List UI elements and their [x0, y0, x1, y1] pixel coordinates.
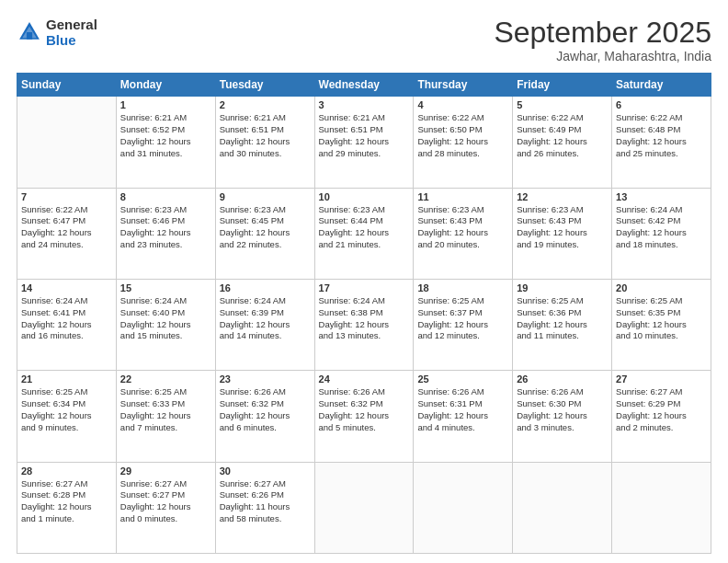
cell-info: Sunrise: 6:21 AM Sunset: 6:52 PM Dayligh… — [120, 112, 211, 159]
cell-info: Sunrise: 6:26 AM Sunset: 6:30 PM Dayligh… — [517, 386, 608, 433]
day-number: 26 — [517, 373, 608, 385]
cell-info: Sunrise: 6:27 AM Sunset: 6:26 PM Dayligh… — [220, 478, 311, 525]
day-number: 11 — [417, 191, 508, 202]
calendar-cell: 11Sunrise: 6:23 AM Sunset: 6:43 PM Dayli… — [414, 188, 513, 279]
calendar-cell: 7Sunrise: 6:22 AM Sunset: 6:47 PM Daylig… — [17, 188, 117, 279]
day-number: 16 — [220, 282, 311, 293]
calendar-cell: 6Sunrise: 6:22 AM Sunset: 6:48 PM Daylig… — [612, 97, 711, 188]
day-number: 19 — [517, 282, 608, 293]
page: General Blue September 2025 Jawhar, Maha… — [0, 0, 728, 563]
cell-info: Sunrise: 6:23 AM Sunset: 6:43 PM Dayligh… — [517, 204, 608, 251]
day-number: 5 — [517, 99, 608, 110]
day-number: 27 — [616, 373, 707, 385]
calendar-header-monday: Monday — [116, 74, 215, 97]
calendar-cell: 9Sunrise: 6:23 AM Sunset: 6:45 PM Daylig… — [215, 188, 314, 279]
calendar-cell: 25Sunrise: 6:26 AM Sunset: 6:31 PM Dayli… — [414, 371, 513, 462]
calendar-cell: 17Sunrise: 6:24 AM Sunset: 6:38 PM Dayli… — [314, 279, 414, 370]
cell-info: Sunrise: 6:21 AM Sunset: 6:51 PM Dayligh… — [220, 112, 311, 159]
calendar-cell: 10Sunrise: 6:23 AM Sunset: 6:44 PM Dayli… — [314, 188, 414, 279]
cell-info: Sunrise: 6:26 AM Sunset: 6:32 PM Dayligh… — [220, 386, 311, 433]
day-number: 6 — [616, 99, 707, 110]
calendar-cell: 15Sunrise: 6:24 AM Sunset: 6:40 PM Dayli… — [116, 279, 215, 370]
cell-info: Sunrise: 6:25 AM Sunset: 6:36 PM Dayligh… — [517, 295, 608, 342]
calendar-week-row: 7Sunrise: 6:22 AM Sunset: 6:47 PM Daylig… — [17, 188, 711, 279]
cell-info: Sunrise: 6:27 AM Sunset: 6:28 PM Dayligh… — [21, 478, 112, 525]
calendar-header-sunday: Sunday — [17, 74, 117, 97]
day-number: 18 — [417, 282, 508, 293]
calendar-header-friday: Friday — [513, 74, 612, 97]
calendar-cell: 14Sunrise: 6:24 AM Sunset: 6:41 PM Dayli… — [17, 279, 117, 370]
day-number: 17 — [319, 282, 410, 293]
day-number: 8 — [120, 191, 211, 202]
calendar-week-row: 28Sunrise: 6:27 AM Sunset: 6:28 PM Dayli… — [17, 462, 711, 553]
day-number: 9 — [220, 191, 311, 202]
day-number: 21 — [21, 373, 112, 385]
calendar-header-tuesday: Tuesday — [215, 74, 314, 97]
calendar-cell: 1Sunrise: 6:21 AM Sunset: 6:52 PM Daylig… — [116, 97, 215, 188]
calendar-cell: 3Sunrise: 6:21 AM Sunset: 6:51 PM Daylig… — [314, 97, 414, 188]
day-number: 1 — [120, 99, 211, 110]
cell-info: Sunrise: 6:24 AM Sunset: 6:40 PM Dayligh… — [120, 295, 211, 342]
logo-icon — [17, 19, 42, 45]
title-block: September 2025 Jawhar, Maharashtra, Indi… — [494, 17, 711, 63]
day-number: 15 — [120, 282, 211, 293]
day-number: 7 — [21, 191, 112, 202]
header: General Blue September 2025 Jawhar, Maha… — [17, 17, 711, 63]
calendar-cell — [17, 97, 117, 188]
cell-info: Sunrise: 6:27 AM Sunset: 6:29 PM Dayligh… — [616, 386, 707, 433]
calendar-cell: 24Sunrise: 6:26 AM Sunset: 6:32 PM Dayli… — [314, 371, 414, 462]
logo-blue: Blue — [46, 32, 97, 48]
calendar-cell: 30Sunrise: 6:27 AM Sunset: 6:26 PM Dayli… — [215, 462, 314, 553]
calendar-header-thursday: Thursday — [414, 74, 513, 97]
day-number: 25 — [417, 373, 508, 385]
logo-text: General Blue — [46, 17, 97, 48]
calendar-cell: 18Sunrise: 6:25 AM Sunset: 6:37 PM Dayli… — [414, 279, 513, 370]
calendar-cell: 5Sunrise: 6:22 AM Sunset: 6:49 PM Daylig… — [513, 97, 612, 188]
cell-info: Sunrise: 6:22 AM Sunset: 6:50 PM Dayligh… — [417, 112, 508, 159]
svg-rect-2 — [27, 32, 32, 40]
month-title: September 2025 — [494, 17, 711, 49]
day-number: 14 — [21, 282, 112, 293]
calendar-week-row: 21Sunrise: 6:25 AM Sunset: 6:34 PM Dayli… — [17, 371, 711, 462]
location: Jawhar, Maharashtra, India — [494, 49, 711, 63]
calendar-header-saturday: Saturday — [612, 74, 711, 97]
calendar-cell: 19Sunrise: 6:25 AM Sunset: 6:36 PM Dayli… — [513, 279, 612, 370]
cell-info: Sunrise: 6:25 AM Sunset: 6:35 PM Dayligh… — [616, 295, 707, 342]
calendar-cell: 29Sunrise: 6:27 AM Sunset: 6:27 PM Dayli… — [116, 462, 215, 553]
day-number: 12 — [517, 191, 608, 202]
day-number: 23 — [220, 373, 311, 385]
cell-info: Sunrise: 6:22 AM Sunset: 6:49 PM Dayligh… — [517, 112, 608, 159]
calendar-cell: 8Sunrise: 6:23 AM Sunset: 6:46 PM Daylig… — [116, 188, 215, 279]
calendar-cell: 22Sunrise: 6:25 AM Sunset: 6:33 PM Dayli… — [116, 371, 215, 462]
cell-info: Sunrise: 6:26 AM Sunset: 6:32 PM Dayligh… — [319, 386, 410, 433]
calendar-cell: 13Sunrise: 6:24 AM Sunset: 6:42 PM Dayli… — [612, 188, 711, 279]
calendar-table: SundayMondayTuesdayWednesdayThursdayFrid… — [17, 73, 711, 554]
day-number: 4 — [417, 99, 508, 110]
calendar-cell: 26Sunrise: 6:26 AM Sunset: 6:30 PM Dayli… — [513, 371, 612, 462]
cell-info: Sunrise: 6:23 AM Sunset: 6:44 PM Dayligh… — [319, 204, 410, 251]
calendar-header-wednesday: Wednesday — [314, 74, 414, 97]
calendar-cell: 20Sunrise: 6:25 AM Sunset: 6:35 PM Dayli… — [612, 279, 711, 370]
day-number: 28 — [21, 465, 112, 477]
day-number: 13 — [616, 191, 707, 202]
calendar-cell: 27Sunrise: 6:27 AM Sunset: 6:29 PM Dayli… — [612, 371, 711, 462]
calendar-cell — [513, 462, 612, 553]
cell-info: Sunrise: 6:24 AM Sunset: 6:42 PM Dayligh… — [616, 204, 707, 251]
day-number: 10 — [319, 191, 410, 202]
day-number: 3 — [319, 99, 410, 110]
cell-info: Sunrise: 6:21 AM Sunset: 6:51 PM Dayligh… — [319, 112, 410, 159]
calendar-cell: 4Sunrise: 6:22 AM Sunset: 6:50 PM Daylig… — [414, 97, 513, 188]
cell-info: Sunrise: 6:25 AM Sunset: 6:33 PM Dayligh… — [120, 386, 211, 433]
day-number: 30 — [220, 465, 311, 477]
day-number: 29 — [120, 465, 211, 477]
day-number: 20 — [616, 282, 707, 293]
cell-info: Sunrise: 6:25 AM Sunset: 6:34 PM Dayligh… — [21, 386, 112, 433]
logo-general: General — [46, 17, 97, 32]
calendar-cell — [414, 462, 513, 553]
calendar-cell: 16Sunrise: 6:24 AM Sunset: 6:39 PM Dayli… — [215, 279, 314, 370]
calendar-week-row: 1Sunrise: 6:21 AM Sunset: 6:52 PM Daylig… — [17, 97, 711, 188]
day-number: 22 — [120, 373, 211, 385]
calendar-week-row: 14Sunrise: 6:24 AM Sunset: 6:41 PM Dayli… — [17, 279, 711, 370]
logo: General Blue — [17, 17, 97, 48]
day-number: 2 — [220, 99, 311, 110]
